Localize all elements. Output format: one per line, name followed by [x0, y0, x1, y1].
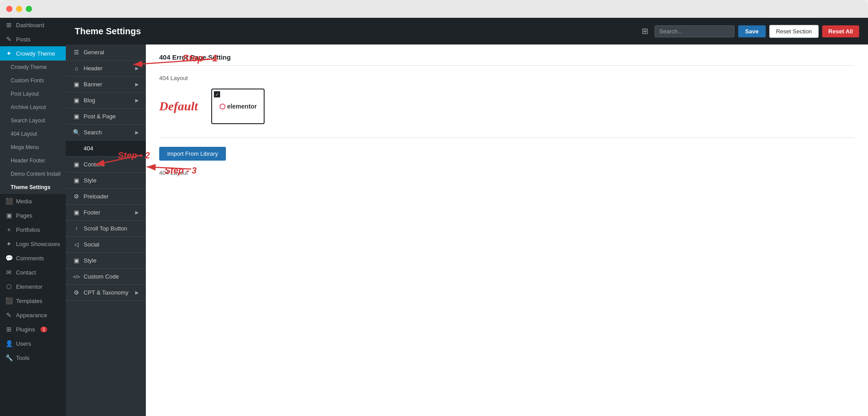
secondary-sidebar: ☰ General ⌂ Header ▶ ▣ — [66, 44, 146, 416]
scroll-top-icon: ↑ — [73, 225, 80, 232]
sec-sidebar-custom-code[interactable]: </> Custom Code — [66, 269, 146, 285]
templates-icon: ⬛ — [5, 297, 12, 304]
reset-section-button[interactable]: Reset Section — [769, 25, 819, 38]
sec-sidebar-general[interactable]: ☰ General — [66, 44, 146, 61]
media-icon: ⬛ — [5, 198, 12, 205]
default-label: Default — [159, 99, 198, 113]
elementor-text: elementor — [227, 103, 257, 110]
sidebar-item-users[interactable]: 👤 Users — [0, 336, 66, 351]
sec-sidebar-post-page[interactable]: ▣ Post & Page — [66, 109, 146, 125]
sidebar-item-comments[interactable]: 💬 Comments — [0, 251, 66, 265]
sidebar-item-media[interactable]: ⬛ Media — [0, 194, 66, 208]
sec-label-preloader: Preloader — [84, 193, 108, 200]
pages-icon: ▣ — [5, 212, 12, 219]
sec-label-header: Header — [84, 65, 103, 72]
sidebar-item-elementor[interactable]: ⬡ Elementor — [0, 279, 66, 294]
users-icon: 👤 — [5, 340, 12, 347]
sidebar-item-tools[interactable]: 🔧 Tools — [0, 351, 66, 365]
window-chrome — [0, 0, 868, 18]
sec-label-banner: Banner — [84, 81, 102, 88]
sec-label-custom-code: Custom Code — [84, 273, 119, 280]
sec-sidebar-blog[interactable]: ▣ Blog ▶ — [66, 93, 146, 109]
general-icon: ☰ — [73, 49, 80, 56]
sidebar-sub-crowdy-theme[interactable]: Crowdy Theme — [0, 61, 66, 74]
sub-label-header-footer: Header Footer — [11, 158, 45, 164]
sidebar-label-templates: Templates — [16, 298, 42, 304]
sidebar-sub-theme-settings[interactable]: Theme Settings — [0, 181, 66, 194]
sidebar-sub-post-layout[interactable]: Post Layout — [0, 87, 66, 101]
style-icon: ▣ — [73, 177, 80, 184]
sub-label-crowdy-theme: Crowdy Theme — [11, 64, 47, 70]
sidebar-label-contact: Contact — [16, 269, 36, 276]
sec-label-style: Style — [84, 177, 96, 184]
header-arrow-icon: ▶ — [135, 66, 139, 71]
sidebar-item-dashboard[interactable]: ⊞ Dashboard — [0, 18, 66, 32]
sidebar-item-templates[interactable]: ⬛ Templates — [0, 294, 66, 308]
save-button[interactable]: Save — [738, 25, 766, 37]
search-arrow-icon: ▶ — [135, 130, 139, 135]
sec-sidebar-social[interactable]: ◁ Social — [66, 237, 146, 253]
sec-label-scroll-top: Scroll Top Button — [84, 225, 127, 232]
sidebar-item-posts[interactable]: ✎ Posts — [0, 32, 66, 46]
close-button[interactable] — [6, 6, 12, 12]
layout-card-elementor[interactable]: ✓ ⬡ elementor — [211, 89, 265, 124]
maximize-button[interactable] — [26, 6, 32, 12]
dashboard-icon: ⊞ — [5, 21, 12, 28]
sec-sidebar-style[interactable]: ▣ Style — [66, 173, 146, 189]
sub-label-post-layout: Post Layout — [11, 91, 39, 97]
sec-sidebar-header[interactable]: ⌂ Header ▶ — [66, 61, 146, 77]
sidebar-item-plugins[interactable]: ⊞ Plugins 1 — [0, 322, 66, 336]
reset-all-button[interactable]: Reset All — [822, 25, 859, 37]
sidebar-sub-mega-menu[interactable]: Mega Menu — [0, 141, 66, 154]
sec-sidebar-404[interactable]: 404 — [66, 141, 146, 157]
top-bar: Theme Settings ⊞ Save Reset Section Rese… — [66, 18, 868, 44]
sub-label-archive-layout: Archive Layout — [11, 104, 46, 110]
content-icon: ▣ — [73, 161, 80, 168]
sec-label-social: Social — [84, 241, 99, 248]
post-page-icon: ▣ — [73, 113, 80, 120]
main-area: Theme Settings ⊞ Save Reset Section Rese… — [66, 18, 868, 416]
sec-sidebar-banner[interactable]: ▣ Banner ▶ — [66, 77, 146, 93]
sec-sidebar-preloader[interactable]: ⚙ Preloader — [66, 189, 146, 205]
sidebar-item-crowdy-theme[interactable]: ✦ Crowdy Theme — [0, 46, 66, 61]
sec-label-404: 404 — [84, 145, 93, 152]
plugins-badge: 1 — [40, 327, 48, 332]
sidebar-item-contact[interactable]: ✉ Contact — [0, 265, 66, 279]
sec-sidebar-content[interactable]: ▣ Content — [66, 157, 146, 173]
grid-view-icon[interactable]: ⊞ — [642, 26, 648, 36]
sidebar-sub-demo-content[interactable]: Demo Content Install — [0, 167, 66, 181]
logo-showcases-icon: ✦ — [5, 240, 12, 247]
layout-label-1: 404 Layout — [159, 75, 855, 81]
sec-sidebar-search[interactable]: 🔍 Search ▶ — [66, 125, 146, 141]
sidebar-sub-header-footer[interactable]: Header Footer — [0, 154, 66, 167]
sec-sidebar-cpt-taxonomy[interactable]: ⚙ CPT & Taxonomy ▶ — [66, 285, 146, 301]
sidebar-sub-archive-layout[interactable]: Archive Layout — [0, 101, 66, 114]
sec-label-post-page: Post & Page — [84, 113, 116, 120]
elementor-icon: ⬡ — [5, 283, 12, 290]
sidebar-item-portfolios[interactable]: + Portfolios — [0, 222, 66, 237]
search-input[interactable] — [655, 25, 735, 37]
comments-icon: 💬 — [5, 254, 12, 262]
sidebar-sub-search-layout[interactable]: Search Layout — [0, 114, 66, 127]
sec-sidebar-scroll-top[interactable]: ↑ Scroll Top Button — [66, 221, 146, 237]
sidebar-label-dashboard: Dashboard — [16, 22, 44, 28]
sidebar-item-logo-showcases[interactable]: ✦ Logo Showcases — [0, 237, 66, 251]
sidebar-sub-custom-fonts[interactable]: Custom Fonts — [0, 74, 66, 87]
sidebar-item-pages[interactable]: ▣ Pages — [0, 208, 66, 222]
sidebar-label-plugins: Plugins — [16, 326, 35, 333]
elementor-logo: ⬡ elementor — [219, 102, 257, 111]
sec-sidebar-style2[interactable]: ▣ Style — [66, 253, 146, 269]
sidebar-sub-404-layout[interactable]: 404 Layout — [0, 127, 66, 141]
sidebar-item-appearance[interactable]: ✎ Appearance — [0, 308, 66, 322]
sidebar-label-comments: Comments — [16, 255, 44, 262]
posts-icon: ✎ — [5, 36, 12, 43]
app-container: ⊞ Dashboard ✎ Posts ✦ Crowdy Theme Crowd… — [0, 18, 868, 416]
import-from-library-button[interactable]: Import From Library — [159, 147, 226, 161]
sec-label-blog: Blog — [84, 97, 95, 104]
minimize-button[interactable] — [16, 6, 22, 12]
page-title: Theme Settings — [75, 26, 642, 36]
layout-card-checkbox[interactable]: ✓ — [214, 91, 220, 97]
sidebar-label-appearance: Appearance — [16, 312, 47, 319]
sec-sidebar-footer[interactable]: ▣ Footer ▶ — [66, 205, 146, 221]
sidebar-label-elementor: Elementor — [16, 283, 42, 290]
